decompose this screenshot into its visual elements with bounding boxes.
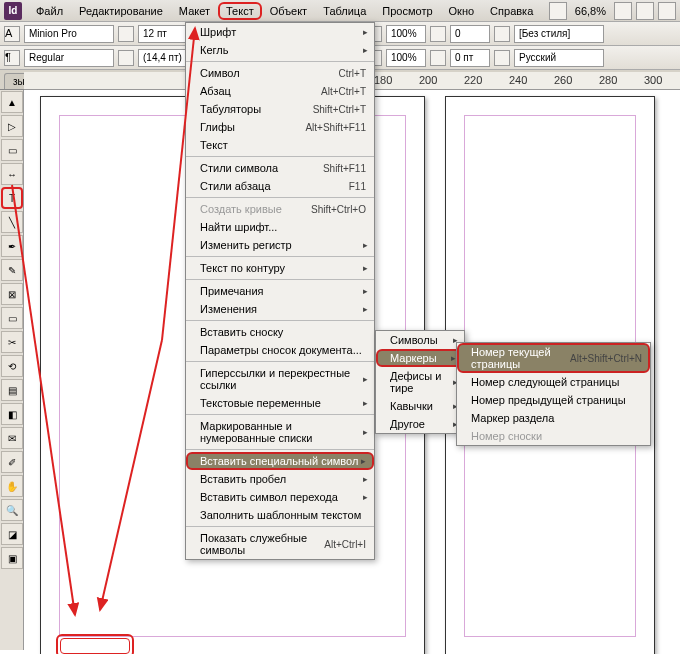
menuitem-вставить-символ-перехода[interactable]: Вставить символ перехода bbox=[186, 488, 374, 506]
menu-table[interactable]: Таблица bbox=[315, 2, 374, 20]
language-field[interactable]: Русский bbox=[514, 49, 604, 67]
ruler-tick: 280 bbox=[599, 74, 617, 86]
screen-mode-icon[interactable] bbox=[636, 2, 654, 20]
menuitem-заполнить-шаблонным-текстом[interactable]: Заполнить шаблонным текстом bbox=[186, 506, 374, 524]
menu-bar: Id Файл Редактирование Макет Текст Объек… bbox=[0, 0, 680, 22]
menuitem-стили-абзаца[interactable]: Стили абзацаF11 bbox=[186, 177, 374, 195]
ruler-tick: 260 bbox=[554, 74, 572, 86]
submenu3-номер-сноски: Номер сноски bbox=[457, 427, 650, 445]
submenu3-номер-текущей-страницы[interactable]: Номер текущей страницыAlt+Shift+Ctrl+N bbox=[457, 343, 650, 373]
submenu3-номер-предыдущей-страницы[interactable]: Номер предыдущей страницы bbox=[457, 391, 650, 409]
para-mode-icon[interactable]: ¶ bbox=[4, 50, 20, 66]
note-tool[interactable]: ✉ bbox=[1, 427, 23, 449]
menuitem-текст-по-контуру[interactable]: Текст по контуру bbox=[186, 259, 374, 277]
menu-text[interactable]: Текст bbox=[218, 2, 262, 20]
selection-tool[interactable]: ▲ bbox=[1, 91, 23, 113]
page-tool[interactable]: ▭ bbox=[1, 139, 23, 161]
pencil-tool[interactable]: ✎ bbox=[1, 259, 23, 281]
bridge-icon[interactable] bbox=[549, 2, 567, 20]
menu-help[interactable]: Справка bbox=[482, 2, 541, 20]
menuitem-стили-символа[interactable]: Стили символаShift+F11 bbox=[186, 159, 374, 177]
menu-file[interactable]: Файл bbox=[28, 2, 71, 20]
menuitem-шрифт[interactable]: Шрифт bbox=[186, 23, 374, 41]
submenu2-дефисы-и-тире[interactable]: Дефисы и тире bbox=[376, 367, 464, 397]
leading-icon bbox=[118, 50, 134, 66]
font-size-icon bbox=[118, 26, 134, 42]
scale-v-field[interactable]: 100% bbox=[386, 49, 426, 67]
menu-edit[interactable]: Редактирование bbox=[71, 2, 171, 20]
ruler-tick: 300 bbox=[644, 74, 662, 86]
menuitem-параметры-сносок-документа-[interactable]: Параметры сносок документа... bbox=[186, 341, 374, 359]
scale-h-field[interactable]: 100% bbox=[386, 25, 426, 43]
pen-tool[interactable]: ✒ bbox=[1, 235, 23, 257]
insert-special-submenu: СимволыМаркерыДефисы и тиреКавычкиДругое bbox=[375, 330, 465, 434]
eyedropper-tool[interactable]: ✐ bbox=[1, 451, 23, 473]
markers-submenu: Номер текущей страницыAlt+Shift+Ctrl+NНо… bbox=[456, 342, 651, 446]
submenu2-кавычки[interactable]: Кавычки bbox=[376, 397, 464, 415]
menuitem-абзац[interactable]: АбзацAlt+Ctrl+T bbox=[186, 82, 374, 100]
menuitem-табуляторы[interactable]: ТабуляторыShift+Ctrl+T bbox=[186, 100, 374, 118]
menuitem-вставить-сноску[interactable]: Вставить сноску bbox=[186, 323, 374, 341]
direct-select-tool[interactable]: ▷ bbox=[1, 115, 23, 137]
menuitem-показать-служебные-символы[interactable]: Показать служебные символыAlt+Ctrl+I bbox=[186, 529, 374, 559]
menuitem-глифы[interactable]: ГлифыAlt+Shift+F11 bbox=[186, 118, 374, 136]
swatch-tool[interactable]: ◧ bbox=[1, 403, 23, 425]
rect-frame-tool[interactable]: ⊠ bbox=[1, 283, 23, 305]
submenu3-маркер-раздела[interactable]: Маркер раздела bbox=[457, 409, 650, 427]
submenu2-другое[interactable]: Другое bbox=[376, 415, 464, 433]
menu-layout[interactable]: Макет bbox=[171, 2, 218, 20]
rect-tool[interactable]: ▭ bbox=[1, 307, 23, 329]
top-right-controls: 66,8% bbox=[549, 2, 676, 20]
submenu2-символы[interactable]: Символы bbox=[376, 331, 464, 349]
toolbox: ▲ ▷ ▭ ↔ T ╲ ✒ ✎ ⊠ ▭ ✂ ⟲ ▤ ◧ ✉ ✐ ✋ 🔍 ◪ ▣ bbox=[0, 90, 24, 650]
font-style-field[interactable]: Regular bbox=[24, 49, 114, 67]
text-frame[interactable] bbox=[60, 638, 130, 654]
menu-object[interactable]: Объект bbox=[262, 2, 315, 20]
font-size-field[interactable]: 12 пт bbox=[138, 25, 188, 43]
text-menu-dropdown: ШрифтКегльСимволCtrl+TАбзацAlt+Ctrl+TТаб… bbox=[185, 22, 375, 560]
char-style-field[interactable]: [Без стиля] bbox=[514, 25, 604, 43]
baseline-field[interactable]: 0 пт bbox=[450, 49, 490, 67]
tracking-field[interactable]: 0 bbox=[450, 25, 490, 43]
screen-mode[interactable]: ▣ bbox=[1, 547, 23, 569]
submenu3-номер-следующей-страницы[interactable]: Номер следующей страницы bbox=[457, 373, 650, 391]
menu-view[interactable]: Просмотр bbox=[374, 2, 440, 20]
menuitem-маркированные-и-нумерованные-списки[interactable]: Маркированные и нумерованные списки bbox=[186, 417, 374, 447]
font-family-field[interactable]: Minion Pro bbox=[24, 25, 114, 43]
line-tool[interactable]: ╲ bbox=[1, 211, 23, 233]
menuitem-текст[interactable]: Текст bbox=[186, 136, 374, 154]
menu-window[interactable]: Окно bbox=[441, 2, 483, 20]
menuitem-изменения[interactable]: Изменения bbox=[186, 300, 374, 318]
menuitem-текстовые-переменные[interactable]: Текстовые переменные bbox=[186, 394, 374, 412]
zoom-tool[interactable]: 🔍 bbox=[1, 499, 23, 521]
scissors-tool[interactable]: ✂ bbox=[1, 331, 23, 353]
gap-tool[interactable]: ↔ bbox=[1, 163, 23, 185]
menuitem-кегль[interactable]: Кегль bbox=[186, 41, 374, 59]
char-mode-icon[interactable]: A bbox=[4, 26, 20, 42]
ruler-tick: 220 bbox=[464, 74, 482, 86]
hand-tool[interactable]: ✋ bbox=[1, 475, 23, 497]
fill-stroke[interactable]: ◪ bbox=[1, 523, 23, 545]
zoom-value[interactable]: 66,8% bbox=[571, 5, 610, 17]
menuitem-примечания[interactable]: Примечания bbox=[186, 282, 374, 300]
type-tool[interactable]: T bbox=[1, 187, 23, 209]
menuitem-создать-кривые: Создать кривыеShift+Ctrl+O bbox=[186, 200, 374, 218]
menuitem-символ[interactable]: СимволCtrl+T bbox=[186, 64, 374, 82]
app-logo: Id bbox=[4, 2, 22, 20]
submenu2-маркеры[interactable]: Маркеры bbox=[376, 349, 464, 367]
ruler-tick: 180 bbox=[374, 74, 392, 86]
menuitem-найти-шрифт-[interactable]: Найти шрифт... bbox=[186, 218, 374, 236]
menuitem-вставить-специальный-символ[interactable]: Вставить специальный символ bbox=[186, 452, 374, 470]
transform-tool[interactable]: ⟲ bbox=[1, 355, 23, 377]
language-icon bbox=[494, 50, 510, 66]
ruler-tick: 240 bbox=[509, 74, 527, 86]
menuitem-вставить-пробел[interactable]: Вставить пробел bbox=[186, 470, 374, 488]
view-options-icon[interactable] bbox=[614, 2, 632, 20]
tracking-icon bbox=[430, 26, 446, 42]
ruler-tick: 200 bbox=[419, 74, 437, 86]
menuitem-изменить-регистр[interactable]: Изменить регистр bbox=[186, 236, 374, 254]
gradient-tool[interactable]: ▤ bbox=[1, 379, 23, 401]
menuitem-гиперссылки-и-перекрестные-ссылки[interactable]: Гиперссылки и перекрестные ссылки bbox=[186, 364, 374, 394]
arrange-icon[interactable] bbox=[658, 2, 676, 20]
baseline-icon bbox=[430, 50, 446, 66]
